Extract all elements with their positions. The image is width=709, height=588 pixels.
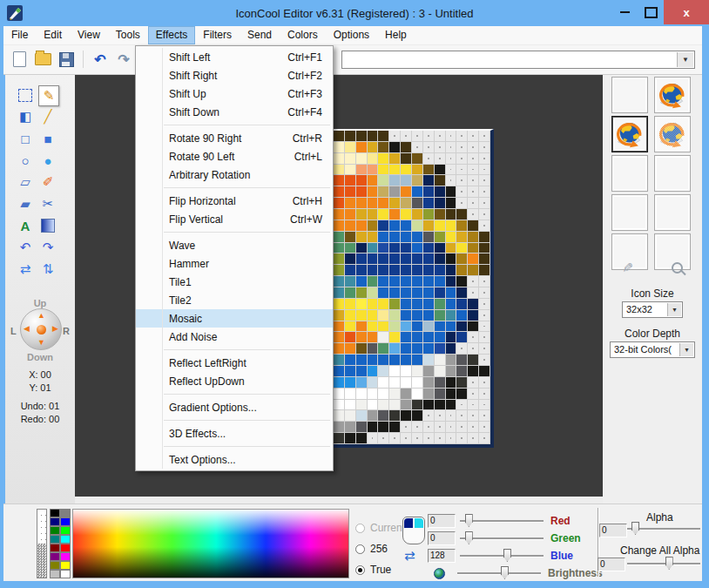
menubar-item-help[interactable]: Help (377, 26, 415, 44)
pixel-cell[interactable] (401, 175, 412, 186)
pixel-cell[interactable] (435, 299, 446, 310)
pixel-cell[interactable] (456, 209, 468, 220)
pixel-cell[interactable] (368, 209, 379, 220)
pixel-cell[interactable] (345, 232, 356, 243)
pixel-cell[interactable] (389, 389, 401, 400)
pixel-cell[interactable] (356, 175, 368, 186)
menubar-item-edit[interactable]: Edit (36, 26, 70, 44)
pixel-cell[interactable] (423, 299, 435, 310)
pixel-cell[interactable] (435, 377, 446, 389)
pixel-cell[interactable] (389, 220, 401, 232)
pixel-cell[interactable] (412, 165, 423, 176)
pixel-cell[interactable] (368, 321, 379, 333)
pixel-cell[interactable] (368, 253, 379, 265)
pixel-cell[interactable] (368, 220, 379, 232)
pixel-cell[interactable] (345, 433, 356, 444)
menu-item-add-noise[interactable]: Add Noise (136, 328, 333, 346)
rectangle-filled-tool[interactable]: ■ (38, 129, 57, 148)
pixel-cell[interactable] (423, 165, 435, 176)
flip-horizontal-tool[interactable]: ⇄ (16, 260, 35, 279)
rainbow-color-picker[interactable] (72, 509, 349, 578)
flip-vertical-tool[interactable]: ⇅ (38, 260, 57, 279)
pixel-cell[interactable] (479, 153, 490, 165)
pixel-cell[interactable] (423, 355, 435, 366)
pixel-cell[interactable] (401, 377, 412, 389)
rotate-left-tool[interactable]: ↶ (16, 238, 35, 257)
menu-item-shift-down[interactable]: Shift DownCtrl+F4 (136, 103, 333, 121)
pixel-cell[interactable] (368, 389, 379, 400)
pixel-cell[interactable] (334, 265, 345, 276)
nudge-right-arrow-icon[interactable]: ▶ (52, 325, 58, 333)
chevron-down-icon[interactable]: ▼ (679, 343, 693, 356)
palette-swatch[interactable] (60, 535, 71, 544)
pixel-cell[interactable] (412, 355, 423, 366)
pixel-cell[interactable] (389, 321, 401, 333)
pixel-cell[interactable] (456, 186, 468, 198)
pixel-cell[interactable] (479, 209, 490, 220)
pixel-cell[interactable] (479, 165, 490, 176)
pixel-cell[interactable] (356, 332, 368, 343)
pixel-cell[interactable] (334, 198, 345, 209)
green-value[interactable]: 0 (428, 531, 456, 545)
pixel-cell[interactable] (401, 220, 412, 232)
slider-thumb[interactable] (503, 549, 511, 562)
pixel-cell[interactable] (389, 276, 401, 287)
pixel-cell[interactable] (423, 186, 435, 198)
pixel-cell[interactable] (423, 332, 435, 343)
slider-thumb[interactable] (631, 522, 639, 535)
pixel-cell[interactable] (368, 332, 379, 343)
pixel-cell[interactable] (368, 343, 379, 355)
pixel-cell[interactable] (368, 366, 379, 377)
pixel-cell[interactable] (401, 310, 412, 321)
pixel-cell[interactable] (401, 433, 412, 444)
pixel-cell[interactable] (479, 299, 490, 310)
eraser-tool[interactable]: ▱ (16, 172, 35, 192)
menu-item-shift-right[interactable]: Shift RightCtrl+F2 (136, 66, 333, 84)
pixel-cell[interactable] (412, 153, 423, 165)
pixel-cell[interactable] (435, 389, 446, 400)
pixel-cell[interactable] (368, 198, 379, 209)
pixel-cell[interactable] (446, 253, 457, 265)
palette-swatch[interactable] (50, 552, 60, 561)
pixel-cell[interactable] (356, 433, 368, 444)
preview-slot-2[interactable] (654, 77, 691, 113)
pixel-cell[interactable] (389, 332, 401, 343)
pixel-cell[interactable] (401, 332, 412, 343)
pixel-cell[interactable] (456, 165, 468, 176)
pixel-cell[interactable] (368, 299, 379, 310)
pixel-cell[interactable] (468, 332, 479, 343)
pixel-cell[interactable] (446, 389, 457, 400)
preview-slot-5[interactable] (611, 155, 648, 192)
pixel-cell[interactable] (378, 165, 389, 176)
pixel-cell[interactable] (389, 343, 401, 355)
pixel-cell[interactable] (423, 321, 435, 333)
pixel-cell[interactable] (456, 265, 468, 276)
pixel-cell[interactable] (345, 276, 356, 287)
pixel-cell[interactable] (446, 410, 457, 422)
pixel-cell[interactable] (378, 321, 389, 333)
pixel-cell[interactable] (479, 389, 490, 400)
pixel-cell[interactable] (401, 366, 412, 377)
chevron-down-icon[interactable]: ▼ (677, 52, 693, 67)
pixel-cell[interactable] (401, 276, 412, 287)
pixel-cell[interactable] (345, 321, 356, 333)
pixel-cell[interactable] (345, 332, 356, 343)
pixel-cell[interactable] (412, 343, 423, 355)
palette-swatch[interactable] (60, 517, 71, 526)
pixel-cell[interactable] (412, 276, 423, 287)
pixel-cell[interactable] (389, 165, 401, 176)
marquee-select-tool[interactable] (16, 85, 35, 105)
pixel-cell[interactable] (356, 243, 368, 254)
pixel-cell[interactable] (456, 400, 468, 411)
rotate-right-tool[interactable]: ↷ (38, 238, 57, 257)
pixel-cell[interactable] (435, 410, 446, 422)
pixel-cell[interactable] (389, 142, 401, 153)
pixel-cell[interactable] (446, 165, 457, 176)
pixel-cell[interactable] (334, 253, 345, 265)
pixel-cell[interactable] (423, 422, 435, 433)
pixel-cell[interactable] (479, 400, 490, 411)
pixel-cell[interactable] (356, 276, 368, 287)
menubar-item-tools[interactable]: Tools (108, 26, 148, 44)
pixel-cell[interactable] (468, 321, 479, 333)
menu-item-reflect-leftright[interactable]: Reflect LeftRight (136, 354, 333, 372)
